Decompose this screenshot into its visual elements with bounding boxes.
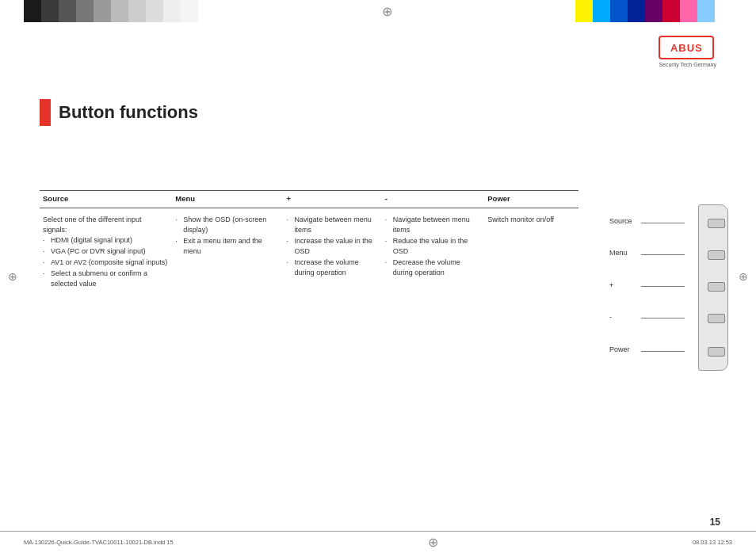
source-label: Source: [609, 217, 632, 225]
swatch-9: [163, 0, 181, 22]
menu-label: Menu: [609, 249, 628, 257]
source-cell: Select one of the different input signal…: [40, 208, 172, 297]
minus-item-2: Reduce the value in the OSD: [385, 236, 480, 257]
left-swatches: [24, 0, 198, 22]
power-label: Power: [609, 345, 630, 353]
plus-line: [641, 286, 685, 287]
swatch-blue: [610, 0, 628, 22]
menu-item-2: Exit a menu item and the menu: [175, 236, 278, 257]
swatch-6: [111, 0, 128, 22]
table-row: Select one of the different input signal…: [40, 208, 578, 297]
header-minus: -: [382, 191, 485, 208]
swatch-cyan: [593, 0, 610, 22]
right-crosshair-icon: ⊕: [739, 270, 748, 283]
swatch-7: [128, 0, 146, 22]
menu-button: [708, 250, 725, 260]
header-row: Source Menu + - Power: [40, 191, 578, 208]
plus-item-3: Increase the volume during operation: [287, 257, 377, 278]
swatch-red: [662, 0, 680, 22]
abus-logo: ABUS: [659, 36, 714, 59]
menu-list: Show the OSD (on-screen display) Exit a …: [175, 215, 278, 257]
right-swatches: [575, 0, 732, 22]
swatch-lightblue: [697, 0, 715, 22]
table-header: Source Menu + - Power: [40, 191, 578, 208]
header-power: Power: [484, 191, 578, 208]
swatch-8: [146, 0, 163, 22]
crosshair-icon: ⊕: [382, 4, 392, 19]
swatch-pink: [680, 0, 697, 22]
swatch-4: [76, 0, 94, 22]
plus-item-2: Increase the value in the OSD: [287, 236, 377, 257]
footer-left: MA-130226-Quick-Guide-TVAC10011-10021-DB…: [24, 539, 174, 546]
source-text: Select one of the different input signal…: [43, 215, 167, 289]
source-item-1: HDMI (digital signal input): [43, 235, 167, 246]
left-crosshair-icon: ⊕: [8, 270, 17, 283]
bottom-bar: MA-130226-Quick-Guide-TVAC10011-10021-DB…: [0, 531, 756, 553]
logo-area: ABUS Security Tech Germany: [659, 36, 716, 67]
power-text: Switch monitor on/off: [487, 215, 554, 223]
plus-button: [708, 282, 725, 292]
source-item-2: VGA (PC or DVR signal input): [43, 246, 167, 257]
swatch-purple: [645, 0, 662, 22]
swatch-5: [94, 0, 111, 22]
menu-item-1: Show the OSD (on-screen display): [175, 215, 278, 235]
swatch-yellow: [575, 0, 593, 22]
header-menu: Menu: [172, 191, 283, 208]
table-body: Select one of the different input signal…: [40, 208, 578, 297]
minus-item-1: Navigate between menu items: [385, 215, 480, 235]
source-button: [708, 219, 725, 228]
power-line: [641, 351, 685, 352]
plus-list: Navigate between menu items Increase the…: [287, 215, 377, 278]
plus-item-1: Navigate between menu items: [287, 215, 377, 235]
title-section: Button functions: [40, 99, 198, 126]
button-diagram: Source Menu + - Power: [609, 196, 728, 379]
swatch-10: [181, 0, 198, 22]
logo-subtitle: Security Tech Germany: [659, 62, 716, 67]
minus-item-3: Decrease the volume during operation: [385, 257, 480, 278]
minus-button: [708, 314, 725, 323]
button-functions-table: Source Menu + - Power Select one of the …: [40, 191, 578, 296]
logo-text: ABUS: [670, 42, 703, 54]
swatch-3: [59, 0, 76, 22]
swatch-darkblue: [628, 0, 645, 22]
page-number: 15: [710, 517, 720, 528]
header-source: Source: [40, 191, 172, 208]
menu-cell: Show the OSD (on-screen display) Exit a …: [172, 208, 283, 297]
menu-line: [641, 254, 685, 255]
plus-label: +: [609, 281, 613, 289]
minus-cell: Navigate between menu items Reduce the v…: [382, 208, 485, 297]
source-list: HDMI (digital signal input) VGA (PC or D…: [43, 235, 167, 289]
footer-right: 08.03.13 12:53: [693, 539, 732, 546]
source-item-3: AV1 or AV2 (composite signal inputs): [43, 257, 167, 268]
power-cell: Switch monitor on/off: [484, 208, 578, 297]
top-center-crosshair: ⊕: [198, 0, 575, 22]
page-title: Button functions: [59, 102, 198, 123]
minus-label: -: [609, 313, 612, 321]
power-button: [708, 347, 725, 357]
source-line: [641, 223, 685, 223]
minus-line: [641, 318, 685, 318]
swatch-2: [41, 0, 59, 22]
swatch-white: [715, 0, 732, 22]
plus-cell: Navigate between menu items Increase the…: [284, 208, 382, 297]
header-plus: +: [284, 191, 382, 208]
diagram-container: Source Menu + - Power: [609, 196, 728, 379]
footer-crosshair-icon: ⊕: [428, 535, 438, 550]
source-item-4: Select a submenu or confirm a selected v…: [43, 269, 167, 289]
red-accent-bar: [40, 99, 51, 126]
minus-list: Navigate between menu items Reduce the v…: [385, 215, 480, 278]
top-color-bar: ⊕: [0, 0, 756, 22]
swatch-1: [24, 0, 41, 22]
